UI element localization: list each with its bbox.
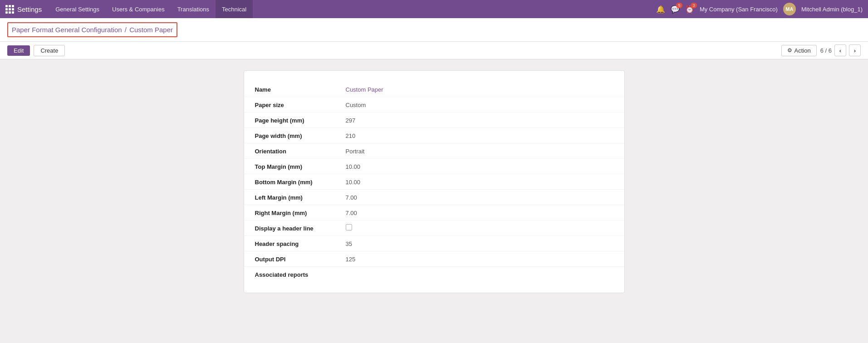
field-label: Left Margin (mm)	[255, 193, 346, 201]
form-row: Output DPI125	[244, 251, 624, 267]
form-row: Page width (mm)210	[244, 128, 624, 143]
field-label: Output DPI	[255, 255, 346, 263]
username: Mitchell Admin (blog_1)	[801, 6, 863, 13]
field-label: Page width (mm)	[255, 132, 346, 139]
field-value: Custom Paper	[346, 85, 383, 93]
company-name: My Company (San Francisco)	[700, 6, 778, 13]
activity-badge: 3	[691, 3, 697, 8]
field-value: 10.00	[346, 178, 361, 186]
action-button[interactable]: ⚙ Action	[781, 45, 817, 56]
toolbar: Edit Create ⚙ Action 6 / 6 ‹ ›	[0, 42, 868, 59]
field-value: 7.00	[346, 209, 357, 216]
navbar-right: 🔔 💬 5 ⏰ 3 My Company (San Francisco) MA …	[656, 3, 863, 15]
form-row: Associated reports	[244, 267, 624, 282]
next-page-button[interactable]: ›	[849, 44, 861, 56]
chevron-right-icon: ›	[854, 47, 856, 54]
navbar-brand[interactable]: Settings	[5, 5, 42, 14]
field-label: Name	[255, 85, 346, 93]
breadcrumb-current: Custom Paper	[129, 26, 173, 34]
avatar[interactable]: MA	[783, 3, 796, 15]
field-label: Bottom Margin (mm)	[255, 178, 346, 186]
nav-general-settings[interactable]: General Settings	[49, 0, 106, 18]
chevron-left-icon: ‹	[839, 47, 841, 54]
grid-icon	[5, 5, 14, 14]
activity-button[interactable]: ⏰ 3	[685, 5, 694, 14]
chat-badge: 5	[676, 3, 682, 8]
form-row: Display a header line	[244, 220, 624, 236]
field-value: Portrait	[346, 147, 365, 155]
form-row: Paper sizeCustom	[244, 97, 624, 113]
field-label: Right Margin (mm)	[255, 209, 346, 216]
field-value: 210	[346, 132, 356, 139]
form-row: NameCustom Paper	[244, 82, 624, 97]
field-label: Display a header line	[255, 224, 346, 232]
field-label: Paper size	[255, 101, 346, 108]
breadcrumb: Paper Format General Configuration / Cus…	[7, 22, 177, 37]
gear-icon: ⚙	[787, 47, 792, 54]
breadcrumb-separator: /	[123, 26, 129, 34]
field-value: 7.00	[346, 193, 357, 201]
field-label: Orientation	[255, 147, 346, 155]
field-value: 35	[346, 240, 352, 247]
form-row: Right Margin (mm)7.00	[244, 205, 624, 220]
checkbox-display	[346, 224, 352, 230]
field-label: Top Margin (mm)	[255, 162, 346, 170]
action-label: Action	[794, 47, 811, 54]
nav-menu: General Settings Users & Companies Trans…	[49, 0, 656, 18]
field-value[interactable]	[346, 224, 352, 232]
edit-button[interactable]: Edit	[7, 45, 30, 56]
breadcrumb-parent[interactable]: Paper Format General Configuration	[12, 26, 122, 34]
prev-page-button[interactable]: ‹	[834, 44, 846, 56]
create-button[interactable]: Create	[34, 45, 65, 56]
nav-technical[interactable]: Technical	[216, 0, 253, 18]
field-value: 125	[346, 255, 356, 263]
app-title: Settings	[17, 5, 42, 13]
pagination-counter: 6 / 6	[820, 47, 832, 54]
form-row: Bottom Margin (mm)10.00	[244, 174, 624, 190]
form-row: Top Margin (mm)10.00	[244, 159, 624, 174]
form-card: NameCustom PaperPaper sizeCustomPage hei…	[244, 70, 625, 293]
field-label: Header spacing	[255, 240, 346, 247]
field-value: 297	[346, 116, 356, 124]
field-label: Associated reports	[255, 270, 346, 278]
form-row: Page height (mm)297	[244, 113, 624, 128]
navbar: Settings General Settings Users & Compan…	[0, 0, 868, 18]
main-content: NameCustom PaperPaper sizeCustomPage hei…	[0, 59, 868, 343]
chat-button[interactable]: 💬 5	[671, 5, 680, 14]
form-row: Left Margin (mm)7.00	[244, 190, 624, 205]
field-label: Page height (mm)	[255, 116, 346, 124]
notification-bell-button[interactable]: 🔔	[656, 5, 665, 14]
breadcrumb-area: Paper Format General Configuration / Cus…	[0, 18, 868, 42]
form-row: OrientationPortrait	[244, 143, 624, 159]
field-value: 10.00	[346, 162, 361, 170]
nav-users-companies[interactable]: Users & Companies	[106, 0, 171, 18]
field-value: Custom	[346, 101, 366, 108]
pagination: 6 / 6 ‹ ›	[820, 44, 861, 56]
form-row: Header spacing35	[244, 236, 624, 251]
nav-translations[interactable]: Translations	[171, 0, 216, 18]
